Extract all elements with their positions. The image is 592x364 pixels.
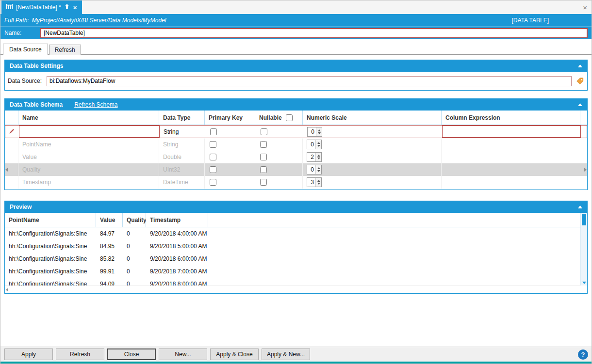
preview-section: Preview PointName Value Quality Timestam… xyxy=(4,201,588,294)
data-source-input[interactable] xyxy=(47,76,572,86)
schema-expression-edit-cell[interactable] xyxy=(442,126,581,138)
primary-key-checkbox[interactable] xyxy=(210,141,216,148)
column-header-column-expression[interactable]: Column Expression xyxy=(442,111,580,125)
table-row[interactable]: hh:\Configuration\Signals:Sine 94.09 0 9… xyxy=(5,278,580,285)
nullable-checkbox[interactable] xyxy=(260,179,267,186)
settings-section-header[interactable]: Data Table Settings xyxy=(5,60,587,72)
new-button[interactable]: New... xyxy=(159,348,207,360)
cell-timestamp: 9/20/2018 6:00:00 AM xyxy=(146,253,208,265)
schema-name-edit-cell[interactable] xyxy=(19,126,160,138)
nullable-checkbox[interactable] xyxy=(260,154,267,160)
schema-col-type: String xyxy=(159,138,205,151)
schema-expression-input[interactable] xyxy=(443,126,580,137)
scroll-down-icon[interactable] xyxy=(581,282,587,284)
close-button[interactable]: Close xyxy=(107,348,156,360)
window-close-icon[interactable]: × xyxy=(578,4,592,11)
column-header-name[interactable]: Name xyxy=(18,111,159,125)
spinner-down-icon[interactable] xyxy=(318,132,321,134)
primary-key-checkbox[interactable] xyxy=(210,128,217,135)
column-header-pointname[interactable]: PointName xyxy=(5,213,96,227)
numeric-scale-spinner[interactable]: 3 xyxy=(307,177,322,187)
tab-close-icon[interactable]: × xyxy=(73,4,78,11)
nullable-checkbox[interactable] xyxy=(260,141,267,148)
numeric-scale-spinner[interactable]: 2 xyxy=(307,152,322,162)
numeric-scale-value: 0 xyxy=(308,127,316,136)
table-row[interactable]: hh:\Configuration\Signals:Sine 85.82 0 9… xyxy=(5,253,580,265)
row-selector[interactable] xyxy=(5,151,18,163)
tab-refresh[interactable]: Refresh xyxy=(49,45,81,55)
preview-rows-viewport: hh:\Configuration\Signals:Sine 84.97 0 9… xyxy=(5,227,580,285)
spinner-down-icon[interactable] xyxy=(317,158,320,159)
spinner-down-icon[interactable] xyxy=(317,170,320,172)
schema-edit-row[interactable]: String 0 xyxy=(5,125,587,138)
schema-col-name: PointName xyxy=(18,138,159,151)
table-row[interactable]: hh:\Configuration\Signals:Sine 84.95 0 9… xyxy=(5,240,580,253)
refresh-button[interactable]: Refresh xyxy=(56,348,104,360)
spinner-down-icon[interactable] xyxy=(317,183,320,185)
nullable-checkbox[interactable] xyxy=(261,128,267,135)
numeric-scale-spinner[interactable]: 0 xyxy=(307,127,322,137)
undock-icon[interactable] xyxy=(65,4,69,11)
chevron-up-icon[interactable] xyxy=(578,206,582,208)
schema-name-input[interactable] xyxy=(19,126,159,137)
apply-and-close-button[interactable]: Apply & Close xyxy=(210,348,259,360)
table-row[interactable]: hh:\Configuration\Signals:Sine 84.97 0 9… xyxy=(5,227,580,240)
spinner-down-icon[interactable] xyxy=(317,145,320,147)
data-table-editor-window: [NewDataTable] * × × Full Path: MyProjec… xyxy=(0,0,592,364)
apply-and-new-button[interactable]: Apply & New... xyxy=(262,348,310,360)
primary-key-checkbox[interactable] xyxy=(210,154,216,160)
column-header-primary-key[interactable]: Primary Key xyxy=(205,111,255,125)
apply-button[interactable]: Apply xyxy=(4,348,53,360)
edit-row-selector[interactable] xyxy=(5,126,19,138)
schema-row[interactable]: Value Double 2 xyxy=(5,151,587,163)
scroll-left-icon[interactable] xyxy=(6,288,8,292)
column-header-value[interactable]: Value xyxy=(96,213,123,227)
nullable-checkbox[interactable] xyxy=(260,166,267,173)
numeric-scale-cell: 0 xyxy=(303,163,442,176)
scrollbar-thumb[interactable] xyxy=(582,214,586,225)
primary-key-checkbox[interactable] xyxy=(210,179,216,186)
column-header-nullable[interactable]: Nullable xyxy=(255,111,303,125)
spinner-up-icon[interactable] xyxy=(317,142,320,144)
chevron-up-icon[interactable] xyxy=(578,64,582,67)
schema-section-header[interactable]: Data Table Schema Refresh Schema xyxy=(5,99,587,111)
table-row[interactable]: hh:\Configuration\Signals:Sine 99.91 0 9… xyxy=(5,265,580,278)
numeric-scale-spinner[interactable]: 0 xyxy=(307,165,322,174)
schema-col-expression xyxy=(442,176,580,189)
refresh-schema-link[interactable]: Refresh Schema xyxy=(74,101,117,108)
horizontal-scrollbar[interactable] xyxy=(5,285,580,293)
column-header-quality[interactable]: Quality xyxy=(123,213,146,227)
vertical-scrollbar[interactable] xyxy=(580,213,587,285)
tab-data-source[interactable]: Data Source xyxy=(3,44,48,55)
column-header-numeric-scale[interactable]: Numeric Scale xyxy=(303,111,442,125)
preview-section-header[interactable]: Preview xyxy=(5,201,587,213)
help-button[interactable]: ? xyxy=(578,349,588,360)
scroll-left-icon[interactable] xyxy=(5,168,8,172)
schema-row[interactable]: Quality UInt32 0 xyxy=(5,163,587,176)
row-selector[interactable] xyxy=(5,176,18,189)
spinner-up-icon[interactable] xyxy=(317,180,320,182)
schema-row[interactable]: PointName String 0 xyxy=(5,138,587,151)
document-tab[interactable]: [NewDataTable] * × xyxy=(1,0,82,14)
spinner-up-icon[interactable] xyxy=(318,129,321,131)
full-path-label: Full Path: xyxy=(4,17,29,24)
schema-row[interactable]: Timestamp DateTime 3 xyxy=(5,176,587,189)
nullable-cell xyxy=(255,138,303,151)
schema-data-type-select[interactable]: String xyxy=(160,126,205,138)
column-header-timestamp[interactable]: Timestamp xyxy=(146,213,208,227)
tag-browse-icon[interactable] xyxy=(576,78,584,85)
spinner-up-icon[interactable] xyxy=(317,167,320,169)
column-header-data-type[interactable]: Data Type xyxy=(159,111,205,125)
tab-strip: Data Source Refresh xyxy=(0,44,592,55)
numeric-scale-spinner[interactable]: 0 xyxy=(307,140,322,149)
spinner-arrows xyxy=(315,178,321,187)
row-selector[interactable] xyxy=(5,138,18,151)
numeric-scale-cell: 0 xyxy=(303,126,442,138)
spinner-up-icon[interactable] xyxy=(317,155,320,157)
name-input[interactable] xyxy=(40,28,588,38)
chevron-up-icon[interactable] xyxy=(578,103,582,106)
scroll-right-icon[interactable] xyxy=(584,168,587,172)
full-path-bar: Full Path: MyProject/AnalytiX/BI Server/… xyxy=(0,14,592,26)
primary-key-checkbox[interactable] xyxy=(210,166,216,173)
nullable-all-checkbox[interactable] xyxy=(286,114,293,121)
